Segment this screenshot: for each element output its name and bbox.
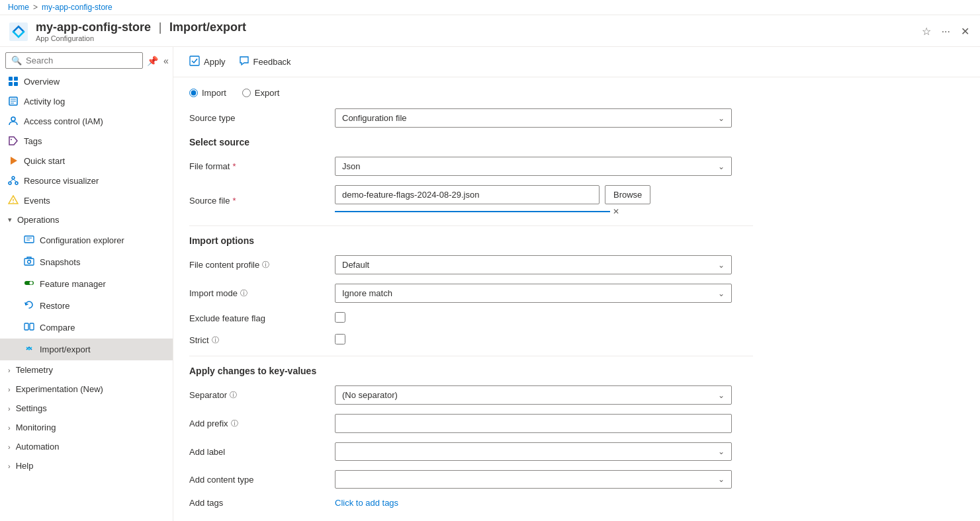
- add-content-type-dropdown[interactable]: ⌄: [335, 470, 732, 489]
- sidebar-section-label: Help: [16, 461, 34, 471]
- add-tags-link[interactable]: Click to add tags: [335, 498, 398, 508]
- file-content-profile-row: File content profile ⓘ Default ⌄: [189, 255, 753, 274]
- feedback-label: Feedback: [253, 57, 291, 67]
- toolbar: Apply Feedback: [173, 47, 980, 77]
- sidebar-section-telemetry[interactable]: › Telemetry: [0, 360, 173, 380]
- feature-manager-icon: [24, 278, 34, 290]
- sidebar: 🔍 📌 « Overview Activity log Access contr…: [0, 47, 173, 521]
- strict-checkbox[interactable]: [335, 334, 345, 344]
- sidebar-item-restore[interactable]: Restore: [0, 295, 173, 317]
- header-title-block: my-app-config-store | Import/export App …: [36, 20, 913, 42]
- sidebar-pin-button[interactable]: 📌: [146, 54, 159, 67]
- title-separator: |: [159, 20, 162, 34]
- sidebar-item-tags[interactable]: Tags: [0, 131, 173, 151]
- quick-start-icon: [8, 155, 19, 166]
- svg-rect-20: [24, 236, 34, 243]
- import-radio-label[interactable]: Import: [189, 88, 226, 98]
- apply-icon: [189, 56, 200, 68]
- sidebar-section-settings[interactable]: › Settings: [0, 399, 173, 418]
- sidebar-section-monitoring[interactable]: › Monitoring: [0, 418, 173, 437]
- file-content-profile-control: Default ⌄: [335, 255, 753, 274]
- sidebar-item-access-control[interactable]: Access control (IAM): [0, 111, 173, 131]
- add-content-type-label: Add content type: [189, 475, 335, 485]
- chevron-right-icon: ›: [8, 405, 11, 413]
- sidebar-item-configuration-explorer[interactable]: Configuration explorer: [0, 229, 173, 251]
- close-button[interactable]: ✕: [958, 24, 972, 39]
- add-tags-label: Add tags: [189, 498, 335, 508]
- source-type-dropdown[interactable]: Configuration file ⌄: [335, 108, 732, 128]
- sidebar-section-help[interactable]: › Help: [0, 456, 173, 475]
- import-export-radio-group: Import Export: [189, 88, 753, 98]
- import-label: Import: [202, 88, 226, 98]
- feedback-button[interactable]: Feedback: [234, 52, 296, 71]
- chevron-down-icon: ⌄: [718, 289, 725, 298]
- sidebar-section-label: Operations: [17, 215, 60, 225]
- more-options-button[interactable]: ···: [939, 24, 953, 39]
- sidebar-item-quick-start[interactable]: Quick start: [0, 151, 173, 171]
- resource-visualizer-icon: [8, 175, 19, 186]
- sidebar-item-resource-visualizer[interactable]: Resource visualizer: [0, 171, 173, 190]
- sidebar-item-label: Events: [24, 196, 50, 206]
- sidebar-item-snapshots[interactable]: Snapshots: [0, 251, 173, 273]
- sidebar-section-experimentation[interactable]: › Experimentation (New): [0, 380, 173, 399]
- sidebar-item-activity-log[interactable]: Activity log: [0, 91, 173, 111]
- sidebar-collapse-button[interactable]: «: [162, 54, 170, 67]
- header-subtitle: App Configuration: [36, 34, 913, 42]
- sidebar-section-operations[interactable]: ▾ Operations: [0, 210, 173, 229]
- sidebar-item-events[interactable]: Events: [0, 190, 173, 210]
- import-radio[interactable]: [189, 89, 198, 97]
- file-format-dropdown[interactable]: Json ⌄: [335, 157, 732, 176]
- chevron-down-icon: ▾: [8, 216, 12, 224]
- apply-changes-header: Apply changes to key-values: [189, 366, 753, 376]
- breadcrumb: Home > my-app-config-store: [0, 0, 980, 15]
- sidebar-section-label: Settings: [16, 403, 47, 413]
- config-explorer-icon: [24, 234, 34, 247]
- app-icon: [8, 21, 29, 42]
- svg-point-10: [11, 139, 12, 140]
- favorite-button[interactable]: ☆: [919, 24, 934, 39]
- import-mode-dropdown[interactable]: Ignore match ⌄: [335, 284, 732, 303]
- apply-button[interactable]: Apply: [184, 52, 231, 71]
- source-file-input[interactable]: [335, 185, 600, 204]
- sidebar-item-label: Overview: [24, 77, 60, 87]
- separator-dropdown[interactable]: (No separator) ⌄: [335, 385, 732, 405]
- strict-label: Strict ⓘ: [189, 335, 335, 345]
- sidebar-item-feature-manager[interactable]: Feature manager: [0, 273, 173, 295]
- info-icon: ⓘ: [240, 288, 247, 298]
- sidebar-item-import-export[interactable]: Import/export: [0, 339, 173, 360]
- file-clear-button[interactable]: ✕: [613, 207, 619, 216]
- svg-point-9: [11, 117, 15, 121]
- add-label-dropdown[interactable]: ⌄: [335, 442, 732, 461]
- export-radio-label[interactable]: Export: [242, 88, 280, 98]
- apply-label: Apply: [204, 57, 226, 67]
- svg-point-12: [12, 177, 15, 179]
- breadcrumb-current[interactable]: my-app-config-store: [42, 3, 112, 12]
- sidebar-section-automation[interactable]: › Automation: [0, 437, 173, 456]
- sidebar-item-label: Snapshots: [40, 257, 80, 267]
- sidebar-item-overview[interactable]: Overview: [0, 71, 173, 91]
- compare-icon: [24, 321, 34, 334]
- search-input[interactable]: [26, 56, 137, 65]
- form-area: Import Export Source type Configuration …: [173, 77, 769, 521]
- sidebar-item-compare[interactable]: Compare: [0, 317, 173, 339]
- content-area: Apply Feedback Import Export: [173, 47, 980, 521]
- add-prefix-input[interactable]: [335, 414, 732, 433]
- overview-icon: [8, 76, 19, 87]
- sidebar-section-label: Automation: [16, 442, 60, 452]
- access-control-icon: [8, 116, 19, 126]
- breadcrumb-home[interactable]: Home: [8, 3, 29, 12]
- browse-button[interactable]: Browse: [605, 185, 650, 204]
- chevron-down-icon: ⌄: [718, 391, 725, 400]
- svg-line-16: [13, 179, 17, 182]
- separator-control: (No separator) ⌄: [335, 385, 753, 405]
- export-radio[interactable]: [242, 89, 251, 97]
- svg-point-13: [9, 182, 11, 184]
- import-mode-label: Import mode ⓘ: [189, 288, 335, 298]
- exclude-feature-flag-checkbox[interactable]: [335, 312, 345, 323]
- info-icon: ⓘ: [230, 390, 237, 400]
- file-content-profile-dropdown[interactable]: Default ⌄: [335, 255, 732, 274]
- add-label-label: Add label: [189, 447, 335, 457]
- svg-point-24: [28, 260, 31, 264]
- exclude-feature-flag-label: Exclude feature flag: [189, 313, 335, 323]
- file-content-profile-label: File content profile ⓘ: [189, 260, 335, 270]
